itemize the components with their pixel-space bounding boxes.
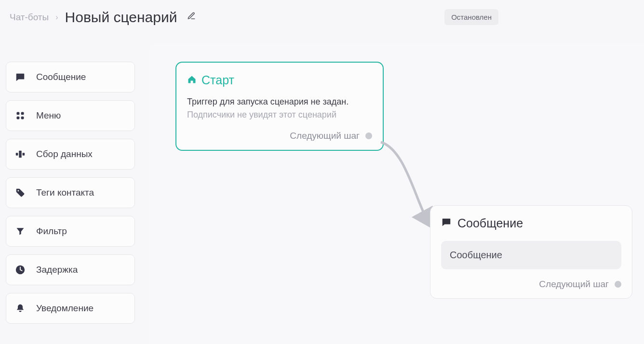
svg-rect-1	[21, 112, 24, 115]
palette-label: Теги контакта	[36, 187, 94, 198]
message-body-input[interactable]: Сообщение	[441, 241, 621, 269]
grid-icon	[15, 110, 26, 121]
node-start[interactable]: Старт Триггер для запуска сценария не за…	[175, 62, 384, 151]
palette-item-message[interactable]: Сообщение	[6, 62, 135, 93]
start-trigger-text: Триггер для запуска сценария не задан.	[187, 97, 372, 107]
block-palette: Сообщение Меню Сбор данных Теги контакта…	[6, 62, 135, 324]
tag-icon	[15, 187, 26, 198]
breadcrumb-root[interactable]: Чат-боты	[10, 12, 49, 23]
connector-dot[interactable]	[365, 132, 372, 139]
node-message[interactable]: Сообщение Сообщение Следующий шаг	[430, 205, 632, 299]
svg-rect-5	[16, 153, 18, 156]
pencil-icon	[187, 13, 196, 22]
palette-label: Сбор данных	[36, 149, 93, 159]
header: Чат-боты › Новый сценарий Остановлен	[0, 0, 644, 34]
svg-rect-2	[17, 117, 20, 119]
palette-item-menu[interactable]: Меню	[6, 100, 135, 131]
node-start-title: Старт	[187, 73, 372, 87]
start-next-step[interactable]: Следующий шаг	[187, 131, 372, 141]
form-icon	[15, 149, 26, 159]
message-icon	[441, 216, 452, 230]
svg-rect-6	[23, 153, 25, 156]
node-start-title-text: Старт	[201, 73, 234, 87]
palette-label: Задержка	[36, 265, 78, 275]
message-next-step[interactable]: Следующий шаг	[441, 279, 621, 290]
palette-label: Фильтр	[36, 226, 67, 237]
palette-label: Меню	[36, 110, 61, 121]
filter-icon	[15, 226, 26, 237]
palette-label: Сообщение	[36, 72, 86, 82]
palette-label: Уведомление	[36, 303, 94, 314]
palette-item-contact-tags[interactable]: Теги контакта	[6, 177, 135, 208]
message-icon	[15, 72, 26, 82]
status-badge: Остановлен	[444, 9, 498, 25]
svg-rect-4	[19, 151, 22, 158]
clock-icon	[15, 265, 26, 275]
chevron-right-icon: ›	[55, 13, 58, 22]
node-message-title: Сообщение	[441, 216, 621, 230]
page-title: Новый сценарий	[65, 9, 177, 26]
svg-point-7	[18, 190, 19, 192]
bell-icon	[15, 303, 26, 314]
connector-dot[interactable]	[615, 281, 621, 288]
svg-rect-3	[21, 117, 24, 119]
edit-title-button[interactable]	[184, 9, 199, 26]
svg-rect-0	[17, 112, 20, 115]
palette-item-data-collection[interactable]: Сбор данных	[6, 139, 135, 170]
palette-item-filter[interactable]: Фильтр	[6, 216, 135, 247]
next-step-label: Следующий шаг	[539, 279, 609, 290]
palette-item-delay[interactable]: Задержка	[6, 254, 135, 285]
flow-canvas[interactable]: Старт Триггер для запуска сценария не за…	[149, 43, 644, 344]
start-trigger-subtext: Подписчики не увидят этот сценарий	[187, 110, 372, 120]
home-icon	[187, 73, 197, 87]
palette-item-notification[interactable]: Уведомление	[6, 293, 135, 324]
node-message-title-text: Сообщение	[457, 216, 523, 230]
next-step-label: Следующий шаг	[290, 131, 360, 141]
